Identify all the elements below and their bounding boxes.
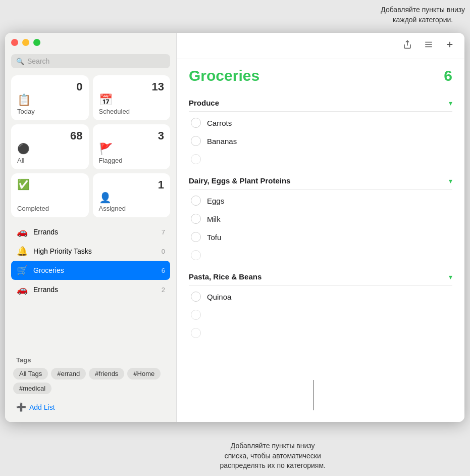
quinoa-name: Quinoa <box>207 293 231 301</box>
list-total-count: 6 <box>444 67 452 84</box>
smart-lists-grid: 0 📋 Today 13 📅 Scheduled 68 ⚫ All 3 🚩 Fl… <box>11 75 170 217</box>
highpriority-icon: 🔔 <box>16 246 28 257</box>
category-produce: Produce ▾ Carrots Bananas <box>189 94 452 168</box>
today-icon: 📋 <box>17 93 83 107</box>
category-produce-header[interactable]: Produce ▾ <box>189 94 452 112</box>
task-eggs[interactable]: Eggs <box>189 192 452 210</box>
pasta-empty-checkbox1 <box>191 310 201 320</box>
smart-list-completed[interactable]: ✅ Completed <box>11 173 89 217</box>
category-pasta: Pasta, Rice & Beans ▾ Quinoa <box>189 268 452 342</box>
search-input[interactable]: Search <box>27 57 49 65</box>
list-item-groceries[interactable]: 🛒 Groceries 6 <box>11 261 170 280</box>
scheduled-count: 13 <box>99 80 165 93</box>
close-button[interactable] <box>11 39 18 46</box>
list-item-errands2[interactable]: 🚗 Errands 2 <box>11 280 170 299</box>
highpriority-name: High Priority Tasks <box>33 247 156 255</box>
milk-name: Milk <box>207 215 221 223</box>
tags-row: All Tags #errand #friends #Home #medical <box>11 368 170 394</box>
carrots-name: Carrots <box>207 119 232 127</box>
produce-add-row[interactable] <box>189 150 452 168</box>
errands1-name: Errands <box>33 228 156 236</box>
task-bananas[interactable]: Bananas <box>189 132 452 150</box>
main-content: Groceries 6 Produce ▾ Carrots Bananas <box>177 33 464 422</box>
pasta-add-row1[interactable] <box>189 306 452 324</box>
scheduled-icon: 📅 <box>99 93 165 107</box>
share-button[interactable] <box>401 38 414 54</box>
category-pasta-name: Pasta, Rice & Beans <box>189 272 262 281</box>
category-dairy: Dairy, Eggs & Plant Proteins ▾ Eggs Milk… <box>189 172 452 264</box>
assigned-icon: 👤 <box>99 192 165 204</box>
quinoa-checkbox[interactable] <box>191 292 201 302</box>
produce-chevron-icon: ▾ <box>449 99 452 107</box>
sidebar: 🔍 Search 0 📋 Today 13 📅 Scheduled 68 ⚫ A… <box>5 33 177 422</box>
add-item-button[interactable] <box>443 38 456 54</box>
search-icon: 🔍 <box>16 58 24 65</box>
milk-checkbox[interactable] <box>191 214 201 224</box>
list-view-button[interactable] <box>422 38 435 54</box>
smart-list-all[interactable]: 68 ⚫ All <box>11 124 89 169</box>
task-milk[interactable]: Milk <box>189 210 452 228</box>
bananas-checkbox[interactable] <box>191 136 201 146</box>
annotation-bottom: Добавляйте пункты внизу списка, чтобы ав… <box>220 441 326 471</box>
flagged-count: 3 <box>99 129 165 142</box>
today-count: 0 <box>17 80 83 93</box>
category-pasta-header[interactable]: Pasta, Rice & Beans ▾ <box>189 268 452 285</box>
flagged-icon: 🚩 <box>99 142 165 156</box>
smart-list-assigned[interactable]: 1 👤 Assigned <box>93 173 171 217</box>
eggs-checkbox[interactable] <box>191 196 201 206</box>
pasta-add-row2[interactable] <box>189 324 452 342</box>
carrots-checkbox[interactable] <box>191 118 201 128</box>
toolbar <box>177 33 464 59</box>
flagged-label: Flagged <box>99 157 165 164</box>
assigned-label: Assigned <box>99 205 165 212</box>
all-icon: ⚫ <box>17 142 83 155</box>
search-bar[interactable]: 🔍 Search <box>11 54 170 68</box>
tag-all-tags[interactable]: All Tags <box>13 368 48 379</box>
produce-empty-checkbox <box>191 154 201 164</box>
fullscreen-button[interactable] <box>33 39 40 46</box>
groceries-icon: 🛒 <box>16 265 28 276</box>
errands1-count: 7 <box>162 228 165 236</box>
list-item-errands1[interactable]: 🚗 Errands 7 <box>11 222 170 242</box>
smart-list-scheduled[interactable]: 13 📅 Scheduled <box>93 75 171 120</box>
add-list-icon: ➕ <box>16 402 26 412</box>
annotation-top: Добавляйте пункты внизу каждой категории… <box>381 5 465 25</box>
tag-friends[interactable]: #friends <box>89 368 124 379</box>
tofu-name: Tofu <box>207 233 221 242</box>
tofu-checkbox[interactable] <box>191 232 201 242</box>
groceries-name: Groceries <box>33 266 156 274</box>
category-dairy-name: Dairy, Eggs & Plant Proteins <box>189 176 290 185</box>
today-label: Today <box>17 108 83 115</box>
groceries-count: 6 <box>162 267 165 274</box>
pasta-chevron-icon: ▾ <box>449 273 452 281</box>
all-label: All <box>17 157 83 164</box>
add-list-button[interactable]: ➕ Add List <box>11 398 170 416</box>
tag-home[interactable]: #Home <box>127 368 161 379</box>
completed-label: Completed <box>17 205 83 212</box>
list-item-highpriority[interactable]: 🔔 High Priority Tasks 0 <box>11 242 170 261</box>
tag-medical[interactable]: #medical <box>13 383 51 394</box>
list-header: Groceries 6 <box>189 67 452 84</box>
task-quinoa[interactable]: Quinoa <box>189 288 452 306</box>
list-title: Groceries <box>189 67 259 84</box>
smart-list-flagged[interactable]: 3 🚩 Flagged <box>93 124 171 169</box>
task-carrots[interactable]: Carrots <box>189 114 452 132</box>
dairy-chevron-icon: ▾ <box>449 177 452 185</box>
category-produce-name: Produce <box>189 99 219 107</box>
errands2-count: 2 <box>162 286 165 294</box>
errands1-icon: 🚗 <box>16 226 28 237</box>
all-count: 68 <box>17 129 83 142</box>
tags-section: Tags All Tags #errand #friends #Home #me… <box>11 356 170 394</box>
smart-list-today[interactable]: 0 📋 Today <box>11 75 89 120</box>
task-tofu[interactable]: Tofu <box>189 228 452 246</box>
minimize-button[interactable] <box>22 39 29 46</box>
errands2-icon: 🚗 <box>16 284 28 295</box>
dairy-add-row[interactable] <box>189 246 452 264</box>
bananas-name: Bananas <box>207 137 237 146</box>
list-detail: Groceries 6 Produce ▾ Carrots Bananas <box>177 59 464 422</box>
traffic-lights <box>11 39 170 46</box>
list-section: 🚗 Errands 7 🔔 High Priority Tasks 0 🛒 Gr… <box>11 222 170 351</box>
highpriority-count: 0 <box>162 248 165 255</box>
category-dairy-header[interactable]: Dairy, Eggs & Plant Proteins ▾ <box>189 172 452 189</box>
tag-errand[interactable]: #errand <box>51 368 86 379</box>
